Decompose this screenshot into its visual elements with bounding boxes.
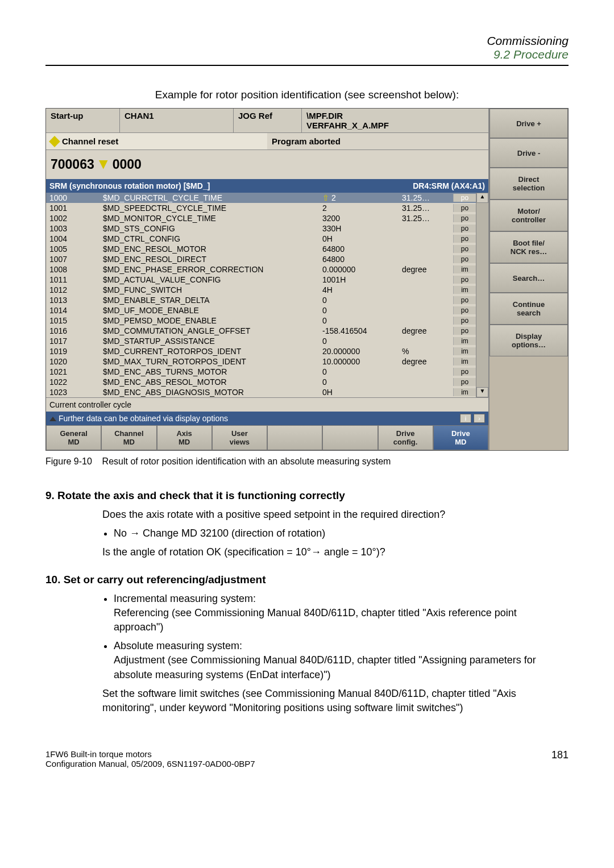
nav-info-icon[interactable]: i	[460, 414, 471, 423]
side-softkey-6[interactable]: Continuesearch	[489, 293, 568, 325]
side-softkey-1[interactable]: Drive -	[489, 138, 568, 168]
page-number: 181	[551, 749, 569, 769]
md-name: $MD_UF_MODE_ENABLE	[103, 306, 322, 315]
softkey-1[interactable]: ChannelMD	[101, 425, 156, 450]
md-flag: po	[453, 255, 476, 263]
side-softkey-2[interactable]: Directselection	[489, 168, 568, 200]
md-number: 1016	[46, 326, 103, 335]
alarm-number: 700063	[51, 157, 94, 172]
header-subtitle: 9.2 Procedure	[45, 48, 569, 61]
info-text: Further data can be obtained via display…	[59, 414, 228, 423]
md-name: $MD_STARTUP_ASSISTANCE	[103, 337, 322, 346]
md-unit: %	[402, 347, 453, 356]
prog-path-1: \MPF.DIR	[306, 111, 484, 121]
nav-next-icon[interactable]: ›	[474, 414, 485, 423]
side-softkey-7[interactable]: Displayoptions…	[489, 325, 568, 356]
md-number: 1002	[46, 214, 103, 223]
md-flag: po	[453, 296, 476, 304]
md-flag: po	[453, 225, 476, 232]
table-row[interactable]: 1017$MD_STARTUP_ASSISTANCE0im	[46, 336, 476, 346]
table-row[interactable]: 1015$MD_PEMSD_MODE_ENABLE0po	[46, 315, 476, 326]
md-flag: po	[453, 214, 476, 222]
section-10-bullet-2: Absolute measuring system: Adjustment (s…	[114, 639, 569, 682]
table-row[interactable]: 1021$MD_ENC_ABS_TURNS_MOTOR0po	[46, 367, 476, 377]
md-name: $MD_ENC_ABS_TURNS_MOTOR	[103, 367, 322, 376]
table-row[interactable]: 1007$MD_ENC_RESOL_DIRECT64800po	[46, 254, 476, 264]
table-row[interactable]: 1001$MD_SPEEDCTRL_CYCLE_TIME231.25…po	[46, 203, 476, 213]
side-softkey-col: Drive +Drive -DirectselectionMotor/contr…	[488, 109, 568, 450]
md-value: ⇧ 2	[322, 193, 402, 202]
softkey-2[interactable]: AxisMD	[157, 425, 212, 450]
table-row[interactable]: 1004$MD_CTRL_CONFIG0Hpo	[46, 234, 476, 244]
softkey-7[interactable]: DriveMD	[433, 425, 488, 450]
md-name: $MD_MAX_TURN_ROTORPOS_IDENT	[103, 357, 322, 366]
jog-label: JOG Ref	[234, 109, 302, 132]
side-softkey-4[interactable]: Boot file/NCK res…	[489, 231, 568, 263]
md-value: 0.000000	[322, 265, 402, 274]
md-flag: po	[453, 204, 476, 212]
md-number: 1008	[46, 265, 103, 274]
md-flag: im	[453, 347, 476, 355]
scroll-up-icon[interactable]: ▲	[476, 193, 488, 203]
table-row[interactable]: 1014$MD_UF_MODE_ENABLE0po	[46, 305, 476, 315]
table-row[interactable]: 1002$MD_MONITOR_CYCLE_TIME320031.25…po	[46, 213, 476, 223]
figure-label: Figure 9-10	[45, 456, 92, 466]
md-number: 1012	[46, 285, 103, 294]
page-footer: 1FW6 Built-in torque motors Configuratio…	[45, 749, 569, 769]
md-number: 1000	[46, 193, 103, 202]
softkey-row: GeneralMDChannelMDAxisMDUserviewsDriveco…	[46, 425, 488, 450]
table-row[interactable]: 1023$MD_ENC_ABS_DIAGNOSIS_MOTOR0Him	[46, 387, 476, 397]
section-10-para: Set the software limit switches (see Com…	[102, 687, 569, 715]
table-row[interactable]: 1011$MD_ACTUAL_VALUE_CONFIG1001Hpo	[46, 275, 476, 285]
info-line: Further data can be obtained via display…	[46, 412, 488, 425]
table-row[interactable]: 1005$MD_ENC_RESOL_MOTOR64800po	[46, 244, 476, 254]
md-flag: po	[453, 245, 476, 253]
channel-reset-label: Channel reset	[62, 136, 118, 146]
table-row[interactable]: 1020$MD_MAX_TURN_ROTORPOS_IDENT10.000000…	[46, 356, 476, 367]
side-softkey-5[interactable]: Search…	[489, 263, 568, 293]
header-title: Commissioning	[45, 34, 569, 48]
md-number: 1022	[46, 377, 103, 387]
softkey-3[interactable]: Userviews	[212, 425, 267, 450]
section-9-line2: Is the angle of rotation OK (specificati…	[102, 545, 569, 559]
table-row[interactable]: 1013$MD_ENABLE_STAR_DELTA0po	[46, 295, 476, 305]
md-value: 0H	[322, 388, 402, 397]
table-row[interactable]: 1012$MD_FUNC_SWITCH4Him	[46, 285, 476, 295]
md-number: 1015	[46, 316, 103, 325]
softkey-5	[322, 425, 377, 450]
figure-caption: Figure 9-10 Result of rotor position ide…	[45, 456, 569, 467]
md-unit: 31.25…	[402, 214, 453, 223]
footer-line2: Configuration Manual, 05/2009, 6SN1197-0…	[45, 759, 255, 769]
md-value: 20.000000	[322, 347, 402, 356]
md-flag: po	[453, 194, 476, 202]
md-flag: im	[453, 388, 476, 396]
table-row[interactable]: 1016$MD_COMMUTATION_ANGLE_OFFSET-158.416…	[46, 326, 476, 336]
md-number: 1019	[46, 347, 103, 356]
side-softkey-3[interactable]: Motor/controller	[489, 200, 568, 231]
softkey-0[interactable]: GeneralMD	[46, 425, 101, 450]
alarm-line: 700063 0000	[46, 150, 488, 179]
table-row[interactable]: 1008$MD_ENC_PHASE_ERROR_CORRECTION0.0000…	[46, 264, 476, 275]
md-flag: po	[453, 368, 476, 376]
softkey-4	[267, 425, 322, 450]
nav-icons[interactable]: i›	[460, 414, 485, 423]
scroll-down-icon[interactable]: ▼	[476, 387, 488, 397]
md-value: 2	[322, 203, 402, 213]
md-flag: po	[453, 378, 476, 386]
caret-up-icon	[49, 417, 56, 421]
table-row[interactable]: 1000$MD_CURRCTRL_CYCLE_TIME⇧ 231.25…po	[46, 193, 476, 203]
softkey-6[interactable]: Driveconfig.	[378, 425, 433, 450]
table-row[interactable]: 1019$MD_CURRENT_ROTORPOS_IDENT20.000000%…	[46, 346, 476, 356]
table-row[interactable]: 1003$MD_STS_CONFIG330Hpo	[46, 223, 476, 234]
side-softkey-0[interactable]: Drive +	[489, 109, 568, 138]
md-number: 1023	[46, 388, 103, 397]
md-flag: po	[453, 235, 476, 243]
bullet1b: Referencing (see Commissioning Manual 84…	[114, 607, 517, 633]
md-name: $MD_PEMSD_MODE_ENABLE	[103, 316, 322, 325]
channel-label: CHAN1	[120, 109, 234, 132]
scroll-track[interactable]	[476, 203, 488, 387]
scrollbar[interactable]: ▲ ▼	[476, 193, 488, 397]
md-unit: degree	[402, 265, 453, 274]
md-value: 3200	[322, 214, 402, 223]
table-row[interactable]: 1022$MD_ENC_ABS_RESOL_MOTOR0po	[46, 377, 476, 387]
